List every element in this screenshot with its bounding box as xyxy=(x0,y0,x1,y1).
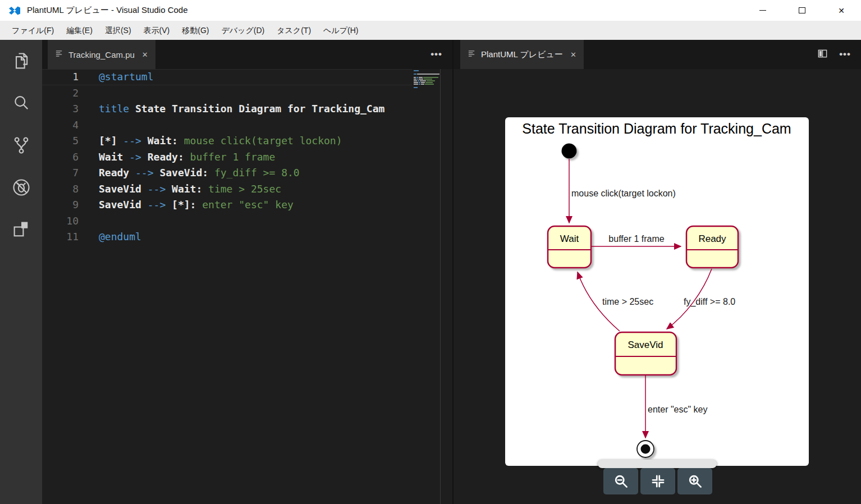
split-editor-icon[interactable] xyxy=(817,48,828,61)
code-line[interactable]: 1@startuml xyxy=(42,69,412,85)
transition-label-ready-savevid: fy_diff >= 8.0 xyxy=(684,297,735,307)
code-line[interactable]: 2 xyxy=(42,85,412,102)
activity-explorer[interactable] xyxy=(0,40,42,82)
line-text: Wait -> Ready: buffer 1 frame xyxy=(99,149,275,166)
line-number: 4 xyxy=(42,117,79,134)
code-line[interactable]: 9SaveVid --> [*]: enter "esc" key xyxy=(42,197,412,213)
tab-close-icon[interactable]: ✕ xyxy=(570,51,576,59)
zoom-in-icon xyxy=(688,474,703,489)
menu-item-4[interactable]: 移動(G) xyxy=(176,21,215,40)
zoom-toolbar-background xyxy=(598,460,717,468)
line-number: 5 xyxy=(42,133,79,149)
transition-label-savevid-final: enter "esc" key xyxy=(648,405,708,414)
editor-group: Tracking_Cam.pu ✕ ••• 1@startuml23title … xyxy=(42,40,452,504)
line-text: title State Transition Diagram for Track… xyxy=(99,101,384,117)
code-line[interactable]: 8SaveVid --> Wait: time > 25sec xyxy=(42,181,412,198)
final-state-node xyxy=(637,441,654,457)
line-number: 8 xyxy=(42,181,79,198)
diagram-canvas: State Transition Diagram for Tracking_Ca… xyxy=(505,117,809,466)
editor-more-actions-icon[interactable]: ••• xyxy=(430,49,442,60)
code-line[interactable]: 7Ready --> SaveVid: fy_diff >= 8.0 xyxy=(42,165,412,181)
activity-source-control[interactable] xyxy=(0,124,42,166)
window-title: PlantUML プレビュー - Visual Studio Code xyxy=(27,5,188,16)
transition-label-savevid-wait: time > 25sec xyxy=(602,297,653,306)
file-lines-icon xyxy=(468,49,476,60)
preview-group: PlantUML プレビュー ✕ ••• xyxy=(452,40,861,504)
minimize-icon xyxy=(759,10,766,11)
debug-disabled-icon xyxy=(11,177,31,198)
zoom-out-button[interactable] xyxy=(603,468,638,494)
diagram-title: State Transition Diagram for Tracking_Ca… xyxy=(522,121,791,136)
menu-item-5[interactable]: デバッグ(D) xyxy=(215,21,271,40)
minimap[interactable] xyxy=(414,70,439,89)
preview-panel: State Transition Diagram for Tracking_Ca… xyxy=(454,69,861,504)
code-line[interactable]: 3title State Transition Diagram for Trac… xyxy=(42,101,412,117)
extensions-icon xyxy=(11,219,31,240)
line-text: SaveVid --> Wait: time > 25sec xyxy=(99,181,281,198)
source-control-icon xyxy=(11,135,31,155)
activity-search[interactable] xyxy=(0,82,42,124)
line-number: 1 xyxy=(42,69,79,85)
line-text: Ready --> SaveVid: fy_diff >= 8.0 xyxy=(99,165,300,181)
preview-more-actions-icon[interactable]: ••• xyxy=(839,49,851,60)
minimize-button[interactable] xyxy=(743,0,782,21)
code-line[interactable]: 6Wait -> Ready: buffer 1 frame xyxy=(42,149,412,166)
vscode-window: PlantUML プレビュー - Visual Studio Code ✕ ファ… xyxy=(0,0,861,504)
menu-item-3[interactable]: 表示(V) xyxy=(138,21,176,40)
state-label-wait: Wait xyxy=(560,233,579,244)
close-button[interactable]: ✕ xyxy=(822,0,861,21)
preview-tab-bar: PlantUML プレビュー ✕ ••• xyxy=(454,40,861,69)
state-label-ready: Ready xyxy=(698,233,726,244)
maximize-icon xyxy=(799,7,805,13)
line-number: 3 xyxy=(42,101,79,117)
tab-close-icon[interactable]: ✕ xyxy=(142,51,148,59)
explorer-icon xyxy=(11,51,31,71)
line-number: 2 xyxy=(42,85,79,102)
tab-label: PlantUML プレビュー xyxy=(481,49,563,60)
initial-state-node xyxy=(562,144,577,159)
state-ready xyxy=(686,226,738,268)
state-diagram: State Transition Diagram for Tracking_Ca… xyxy=(505,117,809,466)
zoom-in-button[interactable] xyxy=(677,468,712,494)
maximize-button[interactable] xyxy=(782,0,822,21)
menu-item-6[interactable]: タスク(T) xyxy=(271,21,317,40)
line-text: SaveVid --> [*]: enter "esc" key xyxy=(99,197,294,213)
file-lines-icon xyxy=(55,49,63,60)
line-number: 10 xyxy=(42,213,79,230)
close-icon: ✕ xyxy=(838,7,845,15)
line-number: 11 xyxy=(42,229,79,245)
line-number: 9 xyxy=(42,197,79,213)
tab-tracking-cam[interactable]: Tracking_Cam.pu ✕ xyxy=(48,40,155,69)
menu-item-2[interactable]: 選択(S) xyxy=(99,21,138,40)
line-number: 6 xyxy=(42,149,79,166)
menu-item-1[interactable]: 編集(E) xyxy=(60,21,99,40)
activity-bar xyxy=(0,40,42,504)
transition-label-wait-ready: buffer 1 frame xyxy=(608,234,664,244)
code-line[interactable]: 4 xyxy=(42,117,412,134)
menu-item-0[interactable]: ファイル(F) xyxy=(6,21,60,40)
search-icon xyxy=(11,93,31,113)
state-label-savevid: SaveVid xyxy=(628,340,663,350)
menu-item-7[interactable]: ヘルプ(H) xyxy=(317,21,364,40)
state-wait xyxy=(548,226,591,268)
line-text: @startuml xyxy=(99,69,154,85)
line-text: [*] --> Wait: mouse click(target lockon) xyxy=(99,133,342,149)
activity-debug[interactable] xyxy=(0,166,42,208)
title-bar: PlantUML プレビュー - Visual Studio Code ✕ xyxy=(0,0,861,21)
state-savevid xyxy=(615,332,676,375)
line-text: @enduml xyxy=(99,229,141,245)
code-editor[interactable]: 1@startuml23title State Transition Diagr… xyxy=(42,69,412,245)
vscode-logo-icon xyxy=(8,4,21,17)
code-line[interactable]: 11@enduml xyxy=(42,229,412,245)
line-number: 7 xyxy=(42,165,79,181)
zoom-reset-button[interactable] xyxy=(640,468,675,494)
activity-extensions[interactable] xyxy=(0,208,42,250)
code-line[interactable]: 10 xyxy=(42,213,412,230)
editor-tab-bar: Tracking_Cam.pu ✕ ••• xyxy=(42,40,452,69)
tab-plantuml-preview[interactable]: PlantUML プレビュー ✕ xyxy=(460,40,584,69)
code-line[interactable]: 5[*] --> Wait: mouse click(target lockon… xyxy=(42,133,412,149)
menu-bar: ファイル(F)編集(E)選択(S)表示(V)移動(G)デバッグ(D)タスク(T)… xyxy=(0,21,861,40)
tab-label: Tracking_Cam.pu xyxy=(68,50,135,59)
minimap-border xyxy=(440,69,441,504)
transition-label-initial-wait: mouse click(target lockon) xyxy=(571,189,676,198)
